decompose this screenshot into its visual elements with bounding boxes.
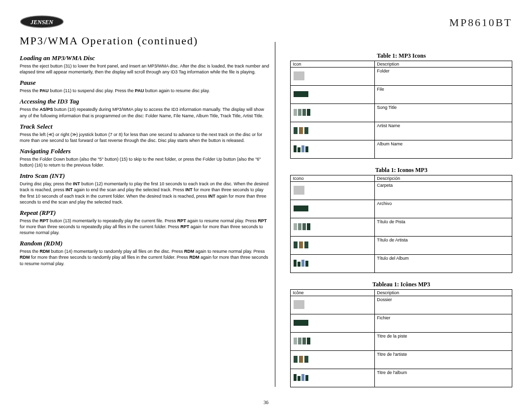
song-title-icon <box>294 223 310 230</box>
table1-header-icon: Icon <box>291 61 375 68</box>
right-column: Table 1: MP3 Icons IconDescription Folde… <box>280 50 512 395</box>
file-icon <box>294 320 308 326</box>
table3-header-icon: Icône <box>291 290 375 296</box>
folder-icon <box>294 186 304 195</box>
table2-header-desc: Descripción <box>375 175 512 182</box>
section-int-title: Intro Scan (INT) <box>20 172 270 180</box>
section-nav-text: Press the Folder Down button (also the "… <box>20 156 270 168</box>
column-divider <box>275 42 275 387</box>
album-name-icon <box>294 145 308 152</box>
table1-row5: Album Name <box>375 140 512 159</box>
folder-icon <box>294 300 304 309</box>
table3-header-desc: Description <box>375 290 512 296</box>
song-title-icon <box>294 338 310 344</box>
table2-row2: Archivo <box>375 200 512 218</box>
content-columns: Loading an MP3/WMA Disc Press the eject … <box>20 50 512 395</box>
table2-row3: Título de Pista <box>375 218 512 237</box>
section-nav-title: Navigating Folders <box>20 147 270 155</box>
table1-row4: Artist Name <box>375 122 512 140</box>
table2-row4: Título de Artista <box>375 237 512 255</box>
svg-text:JENSEN: JENSEN <box>30 19 54 26</box>
table3-row4: Titre de l'artiste <box>375 351 512 369</box>
section-rdm-text: Press the RDM button (14) momentarily to… <box>20 248 270 266</box>
table3-row3: Titre de la piste <box>375 333 512 351</box>
section-pause-title: Pause <box>20 79 270 87</box>
table3-row2: Fichier <box>375 314 512 333</box>
page-header: JENSEN MP8610BT <box>20 15 512 31</box>
file-icon <box>294 91 308 97</box>
table2-row1: Carpeta <box>375 182 512 200</box>
table1-row2: File <box>375 86 512 104</box>
table1-row3: Song Title <box>375 104 512 122</box>
left-column: Loading an MP3/WMA Disc Press the eject … <box>20 50 280 395</box>
folder-icon <box>294 71 304 80</box>
table2-iconos-mp3: IconoDescripción Carpeta Archivo Título … <box>290 175 512 273</box>
section-pause-text: Press the PAU button (11) to suspend dis… <box>20 88 270 94</box>
section-rpt-text: Press the RPT button (13) momentarily to… <box>20 218 270 236</box>
table1-row1: Folder <box>375 68 512 86</box>
section-loading-title: Loading an MP3/WMA Disc <box>20 54 270 62</box>
album-name-icon <box>294 374 308 381</box>
table3-icones-mp3: IcôneDescription Dossier Fichier Titre d… <box>290 289 512 387</box>
section-track-text: Press the left (≪) or right (≫) joystick… <box>20 132 270 143</box>
table1-header-desc: Description <box>375 61 512 68</box>
table2-header-icon: Icono <box>291 175 375 182</box>
section-loading-text: Press the eject button (31) to lower the… <box>20 63 270 75</box>
section-id3-text: Press the AS/PS button (10) repeatedly d… <box>20 106 270 118</box>
table2-row5: Título del Album <box>375 255 512 273</box>
section-id3-title: Accessing the ID3 Tag <box>20 98 270 105</box>
jensen-logo: JENSEN <box>20 15 64 31</box>
artist-name-icon <box>294 127 308 134</box>
section-track-title: Track Select <box>20 123 270 131</box>
table3-title: Tableau 1: Icônes MP3 <box>290 281 512 288</box>
table3-row5: Titre de l'album <box>375 369 512 387</box>
page-number: 36 <box>0 400 532 405</box>
artist-name-icon <box>294 356 308 363</box>
artist-name-icon <box>294 241 308 248</box>
table2-title: Tabla 1: Iconos MP3 <box>290 167 512 174</box>
file-icon <box>294 206 308 211</box>
page-title: MP3/WMA Operation (continued) <box>20 34 512 47</box>
section-int-text: During disc play, press the INT button (… <box>20 181 270 205</box>
table1-mp3-icons: IconDescription Folder File Song Title A… <box>290 61 512 159</box>
section-rpt-title: Repeat (RPT) <box>20 209 270 217</box>
table1-title: Table 1: MP3 Icons <box>290 52 512 60</box>
song-title-icon <box>294 109 310 116</box>
album-name-icon <box>294 260 308 267</box>
table3-row1: Dossier <box>375 296 512 314</box>
section-rdm-title: Random (RDM) <box>20 240 270 247</box>
model-number: MP8610BT <box>449 16 512 29</box>
